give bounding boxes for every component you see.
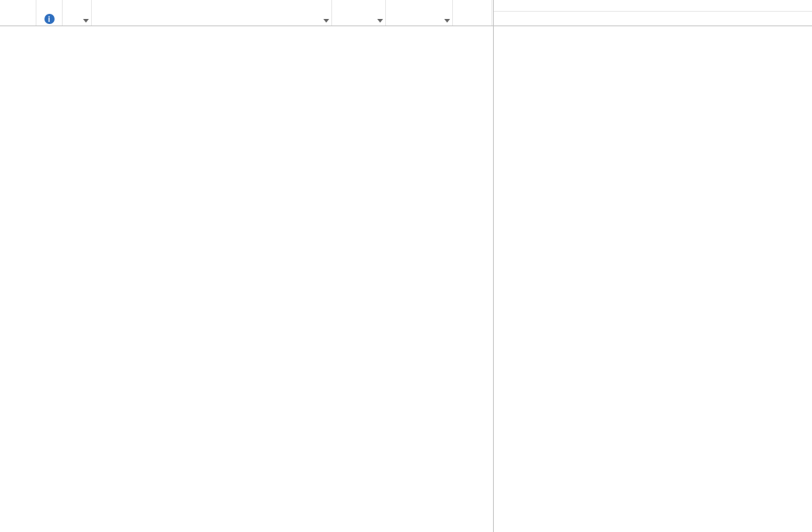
header-predecessors[interactable]	[453, 0, 492, 26]
header-mode[interactable]	[63, 0, 92, 26]
header-info[interactable]: i	[36, 0, 63, 26]
header-id[interactable]	[0, 0, 36, 26]
dropdown-icon	[444, 19, 450, 23]
info-icon: i	[44, 14, 55, 24]
dropdown-icon	[83, 19, 89, 23]
header-start[interactable]	[386, 0, 453, 26]
dropdown-icon	[323, 19, 329, 23]
gantt-chart[interactable]	[494, 0, 812, 532]
dropdown-icon	[377, 19, 383, 23]
gantt-timescale	[494, 0, 812, 26]
grid-header: i	[0, 0, 493, 26]
header-duration[interactable]	[332, 0, 386, 26]
header-name[interactable]	[92, 0, 332, 26]
task-grid: i	[0, 0, 494, 532]
